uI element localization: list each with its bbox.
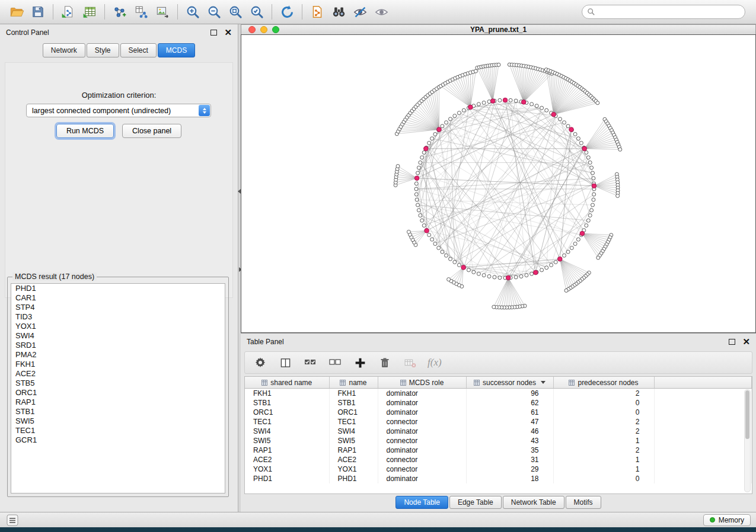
add-column-icon[interactable] [353, 355, 367, 370]
tab-network-table[interactable]: Network Table [503, 496, 564, 509]
zoom-fit-icon[interactable] [225, 2, 246, 21]
float-panel-icon[interactable] [210, 30, 217, 36]
delete-column-icon[interactable] [378, 355, 392, 370]
table-row[interactable]: PHD1PHD1dominator180 [245, 474, 752, 483]
cell-predecessor-nodes[interactable]: 1 [553, 455, 654, 464]
cell-shared-name[interactable]: RAP1 [245, 446, 329, 455]
cell-mcds-role[interactable]: dominator [378, 427, 466, 436]
column-header-mcds-role[interactable]: MCDS role [378, 377, 466, 389]
zoom-out-icon[interactable] [203, 2, 225, 21]
cell-name[interactable]: TEC1 [329, 417, 378, 427]
cell-name[interactable]: ACE2 [329, 455, 378, 464]
mcds-result-item[interactable]: RAP1 [11, 398, 225, 407]
cell-mcds-role[interactable]: dominator [378, 446, 466, 455]
mcds-result-item[interactable]: TID3 [11, 312, 225, 322]
tab-style[interactable]: Style [87, 43, 119, 57]
criterion-dropdown[interactable]: largest connected component (undirected) [26, 104, 211, 117]
mcds-result-item[interactable]: STB5 [11, 379, 225, 388]
cell-predecessor-nodes[interactable]: 1 [553, 436, 654, 446]
mcds-result-item[interactable]: SWI4 [11, 331, 225, 341]
table-row[interactable]: SWI5SWI5connector431 [245, 436, 752, 446]
cell-mcds-role[interactable]: connector [378, 464, 466, 474]
mcds-result-item[interactable]: SRD1 [11, 341, 225, 350]
cell-name[interactable]: ORC1 [329, 408, 378, 417]
import-network-icon[interactable] [58, 2, 79, 21]
column-header-predecessor-nodes[interactable]: predecessor nodes [553, 377, 654, 389]
table-row[interactable]: YOX1YOX1connector291 [245, 464, 752, 474]
table-settings-gear-icon[interactable] [253, 355, 267, 370]
cell-predecessor-nodes[interactable]: 2 [553, 389, 654, 399]
table-row[interactable]: TEC1TEC1connector472 [245, 417, 752, 427]
mcds-result-item[interactable]: STB1 [11, 407, 225, 416]
cell-successor-nodes[interactable]: 43 [466, 436, 553, 446]
cell-name[interactable]: SWI5 [329, 436, 378, 446]
cell-predecessor-nodes[interactable]: 2 [553, 446, 654, 455]
mcds-result-item[interactable]: PHD1 [11, 284, 225, 293]
cell-shared-name[interactable]: SWI5 [245, 436, 329, 446]
cell-mcds-role[interactable]: dominator [378, 389, 466, 399]
cell-predecessor-nodes[interactable]: 2 [553, 427, 654, 436]
tab-edge-table[interactable]: Edge Table [449, 496, 502, 509]
cell-name[interactable]: RAP1 [329, 446, 378, 455]
search-network-icon[interactable] [328, 2, 349, 21]
close-panel-button[interactable]: Close panel [122, 124, 181, 138]
mcds-result-item[interactable]: ORC1 [11, 388, 225, 398]
task-history-icon[interactable] [5, 513, 20, 527]
column-header-name[interactable]: name [329, 377, 378, 389]
column-header-shared-name[interactable]: shared name [245, 377, 329, 389]
table-scrollbar-thumb[interactable] [745, 390, 749, 439]
network-canvas[interactable] [241, 35, 755, 332]
cell-successor-nodes[interactable]: 61 [466, 408, 553, 417]
refresh-view-icon[interactable] [276, 2, 298, 21]
cell-predecessor-nodes[interactable]: 0 [553, 398, 654, 408]
cell-shared-name[interactable]: PHD1 [245, 474, 329, 483]
tab-mcds[interactable]: MCDS [158, 43, 195, 57]
select-all-icon[interactable] [303, 355, 317, 370]
memory-button[interactable]: Memory [703, 514, 751, 526]
cell-successor-nodes[interactable]: 96 [466, 389, 553, 399]
mcds-result-item[interactable]: GCR1 [11, 435, 225, 445]
network-from-table-icon[interactable] [130, 2, 152, 21]
table-scrollbar[interactable] [744, 389, 751, 492]
cell-shared-name[interactable]: TEC1 [245, 417, 329, 427]
cell-mcds-role[interactable]: connector [378, 436, 466, 446]
column-header-successor-nodes[interactable]: successor nodes [466, 377, 553, 389]
cell-predecessor-nodes[interactable]: 0 [553, 408, 654, 417]
cell-shared-name[interactable]: YOX1 [245, 464, 329, 474]
mcds-result-item[interactable]: CAR1 [11, 293, 225, 303]
save-session-icon[interactable] [27, 2, 49, 21]
cell-successor-nodes[interactable]: 47 [466, 417, 553, 427]
close-table-panel-icon[interactable]: ✕ [742, 338, 750, 345]
zoom-selected-icon[interactable] [246, 2, 267, 21]
mcds-result-item[interactable]: SWI5 [11, 416, 225, 426]
cell-mcds-role[interactable]: dominator [378, 398, 466, 408]
tab-select[interactable]: Select [120, 43, 157, 57]
table-row[interactable]: STB1STB1dominator620 [245, 398, 752, 408]
cell-mcds-role[interactable]: connector [378, 417, 466, 427]
table-row[interactable]: RAP1RAP1dominator352 [245, 446, 752, 455]
close-panel-icon[interactable]: ✕ [224, 29, 232, 36]
cell-mcds-role[interactable]: dominator [378, 474, 466, 483]
show-columns-icon[interactable] [278, 355, 292, 370]
new-network-icon[interactable] [109, 2, 130, 21]
cell-predecessor-nodes[interactable]: 1 [553, 464, 654, 474]
cell-name[interactable]: SWI4 [329, 427, 378, 436]
show-all-icon[interactable] [371, 2, 392, 21]
cell-successor-nodes[interactable]: 46 [466, 427, 553, 436]
cell-successor-nodes[interactable]: 29 [466, 464, 553, 474]
cell-successor-nodes[interactable]: 62 [466, 398, 553, 408]
cell-name[interactable]: PHD1 [329, 474, 378, 483]
deselect-all-icon[interactable] [328, 355, 342, 370]
cell-name[interactable]: YOX1 [329, 464, 378, 474]
mcds-result-item[interactable]: PMA2 [11, 350, 225, 360]
mcds-result-item[interactable]: STP4 [11, 303, 225, 312]
open-file-icon[interactable] [6, 2, 27, 21]
cell-shared-name[interactable]: STB1 [245, 398, 329, 408]
tab-node-table[interactable]: Node Table [395, 496, 448, 509]
cell-shared-name[interactable]: SWI4 [245, 427, 329, 436]
import-table-icon[interactable] [79, 2, 100, 21]
cell-shared-name[interactable]: FKH1 [245, 389, 329, 399]
search-field[interactable] [582, 5, 745, 19]
float-table-panel-icon[interactable] [729, 339, 735, 345]
cell-predecessor-nodes[interactable]: 0 [553, 474, 654, 483]
